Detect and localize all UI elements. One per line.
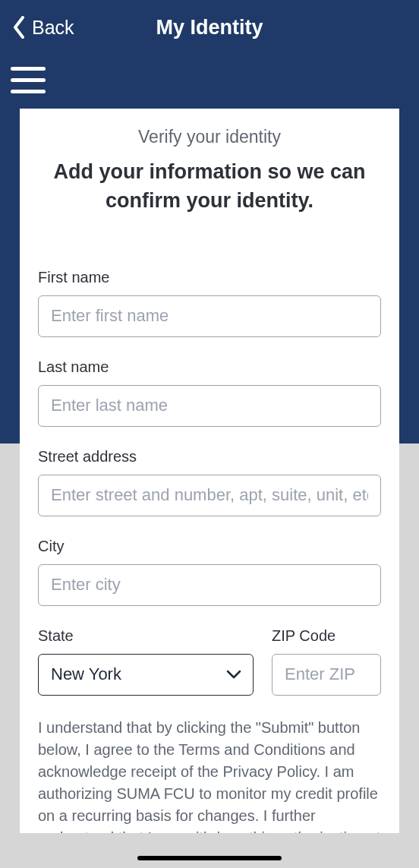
zip-input[interactable] xyxy=(272,654,381,696)
state-label: State xyxy=(38,627,254,645)
city-input[interactable] xyxy=(38,564,381,606)
card-subtitle: Verify your identity xyxy=(38,127,381,147)
menu-button[interactable] xyxy=(11,67,46,93)
header-bar: Back My Identity xyxy=(0,0,419,55)
disclaimer-text: I understand that by clicking the "Submi… xyxy=(38,717,381,833)
last-name-group: Last name xyxy=(38,358,381,427)
city-label: City xyxy=(38,538,381,555)
identity-card: Verify your identity Add your informatio… xyxy=(20,109,399,833)
back-button[interactable]: Back xyxy=(12,16,74,39)
first-name-input[interactable] xyxy=(38,295,381,337)
hamburger-icon xyxy=(11,78,46,82)
state-group: State New York xyxy=(38,627,254,696)
zip-label: ZIP Code xyxy=(272,627,381,645)
state-select-wrapper: New York xyxy=(38,654,254,696)
street-address-group: Street address xyxy=(38,448,381,516)
street-address-label: Street address xyxy=(38,448,381,466)
state-zip-row: State New York ZIP Code xyxy=(38,627,381,696)
first-name-group: First name xyxy=(38,269,381,337)
chevron-left-icon xyxy=(12,16,26,39)
back-label: Back xyxy=(32,17,74,39)
state-select[interactable]: New York xyxy=(38,654,254,696)
page-title: My Identity xyxy=(156,16,263,39)
last-name-input[interactable] xyxy=(38,385,381,427)
hamburger-icon xyxy=(11,90,46,93)
state-selected-value: New York xyxy=(51,664,121,684)
city-group: City xyxy=(38,538,381,606)
home-indicator[interactable] xyxy=(137,856,282,860)
street-address-input[interactable] xyxy=(38,475,381,516)
first-name-label: First name xyxy=(38,269,381,286)
zip-group: ZIP Code xyxy=(272,627,381,696)
last-name-label: Last name xyxy=(38,358,381,376)
card-heading: Add your information so we can confirm y… xyxy=(38,158,381,216)
hamburger-icon xyxy=(11,67,46,71)
